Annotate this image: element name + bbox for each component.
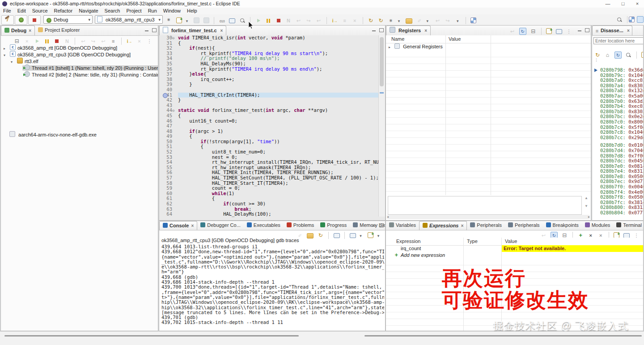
close-icon[interactable]: × [424,28,427,33]
instruction-stepping-icon[interactable] [331,17,338,24]
open-resource-icon[interactable] [406,18,412,24]
debug-tree-item[interactable]: ▸ok3568_amp_rtt [GDB OpenOCD Debugging] [1,44,158,51]
minimize-view-icon[interactable] [371,27,377,32]
instruction-stepping-icon[interactable] [126,38,132,44]
sync-pc-icon[interactable] [614,51,622,59]
col-type[interactable]: Type [467,238,478,245]
col-value[interactable]: Value [505,238,517,245]
disconnect-icon[interactable] [285,17,292,24]
suspend-icon[interactable] [44,38,50,44]
save-all-icon[interactable] [203,17,209,23]
line-gutter[interactable]: 57 [159,175,178,181]
twisty-icon[interactable]: ▾ [11,59,15,65]
remove-trace-icon[interactable] [352,17,358,24]
line-gutter[interactable]: 37 [159,72,178,77]
line-gutter[interactable]: 45 [159,113,178,119]
menu-window[interactable]: Window [160,8,184,14]
step-over-icon[interactable] [90,38,96,44]
collapse-all-icon[interactable] [14,38,20,44]
open-perspective-icon[interactable] [629,17,635,22]
tab-problems[interactable]: Problems [284,221,317,230]
rebuild-icon[interactable] [378,17,384,24]
disconnect-icon[interactable] [64,38,70,44]
search-icon[interactable] [616,17,623,23]
console-output[interactable]: 439,664 1013-list-thread-groups i1439,66… [161,244,384,330]
twisty-icon[interactable]: ▾ [4,52,8,59]
view-minmax[interactable] [143,27,156,33]
step-into-icon[interactable] [80,38,86,44]
line-gutter[interactable]: 64 [159,212,178,217]
column-divider[interactable] [445,35,446,195]
tab-console[interactable]: Console× [159,221,197,230]
step-return-icon[interactable] [315,17,322,24]
remove-all-terminated-icon[interactable] [24,38,30,44]
minimize-button[interactable]: — [601,0,614,7]
resume-icon[interactable] [255,17,262,24]
tab-peripherals-2[interactable]: Peripherals [505,221,543,230]
step-return-icon[interactable] [100,38,106,44]
menu-refactor[interactable]: Refactor [51,8,76,14]
code-line[interactable]: 44⊖static void forlinx_timer_test(int ar… [159,108,379,113]
display-console-caret-icon[interactable] [358,232,364,239]
menu-help[interactable]: Help [184,8,200,14]
suspend-icon[interactable] [265,17,271,24]
mark-occurrences-icon[interactable] [416,17,423,24]
home-icon[interactable] [604,52,610,58]
close-icon[interactable]: × [627,28,630,33]
search-occurrences-icon[interactable] [239,17,246,24]
new-view-icon[interactable] [546,28,552,34]
view-menu-icon[interactable] [566,28,572,34]
disassembly-line[interactable]: 0280b7cc: 0x29deffea [594,135,643,141]
register-group-row[interactable]: ▸ General Registers [389,43,443,50]
maximize-view-icon[interactable] [151,27,157,32]
code-line[interactable]: 40 [159,87,379,93]
word-wrap-icon[interactable] [318,232,324,239]
twisty-icon[interactable]: ▸ [389,44,393,51]
launch-config-dropdown[interactable]: ok3568_amp_rtt_cpu3 ▾ [95,15,163,24]
code-line[interactable]: 42} [159,98,379,103]
display-console-icon[interactable] [350,233,356,238]
debug-tree-item[interactable]: ▾ok3568_amp_rtt_cpu3 [GDB OpenOCD Debugg… [1,51,158,58]
line-gutter[interactable]: 30⊖ [159,35,178,41]
close-button[interactable]: × [631,0,644,7]
tab-project-explorer[interactable]: Project Explorer [35,26,83,35]
run-history-caret-icon[interactable] [424,17,431,24]
new-wizard-caret-icon[interactable] [184,17,190,24]
pin-view-icon[interactable] [556,29,562,34]
maximize-view-icon[interactable] [378,27,384,32]
forward-icon[interactable] [445,17,451,24]
debug-tree-item[interactable]: Thread #1 [tshell] 1 (Name: tshell, rdy … [1,64,158,71]
layout-icon[interactable] [519,28,526,35]
editor-scrollbar[interactable] [378,35,385,217]
step-into-icon[interactable] [295,17,301,24]
menu-edit[interactable]: Edit [14,8,29,14]
col-value[interactable]: Value [449,35,461,43]
tab-modules[interactable]: Modules [582,221,614,230]
external-tools-icon[interactable] [388,17,394,24]
open-perspective-shortcut-icon[interactable] [470,17,476,23]
line-gutter[interactable]: 42 [159,98,178,103]
code-editor[interactable]: 30⊖void TIMER4_tick_isr(int vector, void… [159,35,379,217]
code-line[interactable]: 48 if(argc > 1) [159,129,379,134]
debug-tree-item[interactable]: ▾rtt3.elf [1,58,158,64]
menu-file[interactable]: File [0,8,14,14]
pin-console-icon[interactable] [334,233,340,238]
code-line[interactable]: 46 uint16_t count=0; [159,119,379,124]
menu-navigate[interactable]: Navigate [76,8,101,14]
launch-settings-icon[interactable] [165,17,172,23]
registers-hscrollbar[interactable]: ◂▸ [387,215,590,219]
debug-tree-item[interactable]: Thread #2 [tidle] 2 (Name: tidle, rdy 31… [1,71,158,78]
terminate-icon[interactable] [275,17,282,24]
trace-control-icon[interactable] [342,17,348,24]
close-icon[interactable]: × [29,28,31,33]
refresh-icon[interactable] [594,52,601,58]
step-over-icon[interactable] [305,17,312,24]
collapse-all-icon[interactable] [530,28,536,34]
description-scrollbar[interactable]: ▲▼ [583,196,589,214]
code-line[interactable]: 30⊖void TIMER4_tick_isr(int vector, void… [159,35,379,41]
line-gutter[interactable]: 35 [159,61,178,67]
remote-console-icon[interactable] [229,18,235,23]
tab-breakpoints[interactable]: Breakpoints [543,221,582,230]
view-menu-icon[interactable] [146,38,153,44]
line-gutter[interactable]: 40 [159,87,178,93]
